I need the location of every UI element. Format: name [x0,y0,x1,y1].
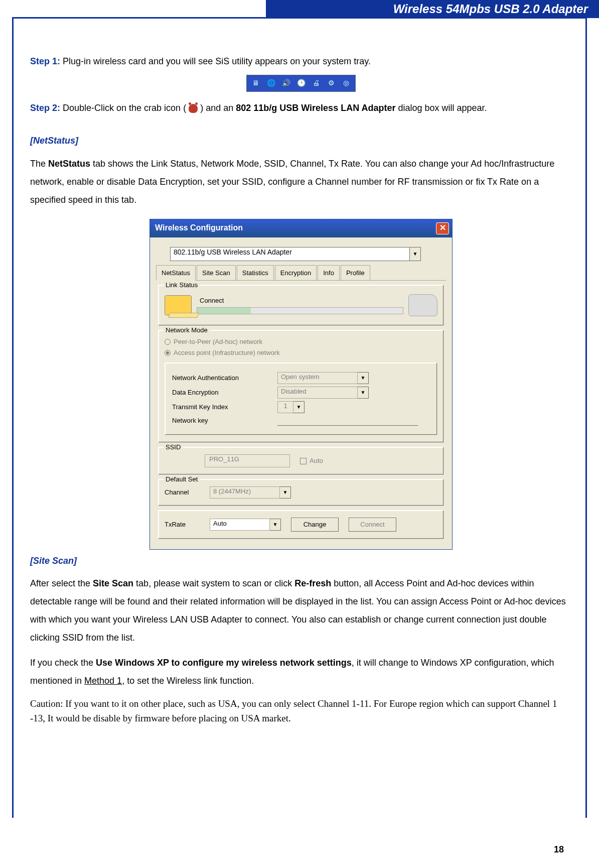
radio-adhoc-label: Peer-to-Peer (Ad-hoc) network [174,337,262,346]
field-ssid[interactable]: PRO_11G [205,454,290,467]
tab-profile[interactable]: Profile [341,265,370,280]
step-1-text: Plug-in wireless card and you will see S… [60,56,371,66]
crab-icon [189,104,198,113]
netstatus-desc-post: tab shows the Link Status, Network Mode,… [30,159,554,205]
adapter-select-chevron-icon[interactable]: ▼ [410,247,421,261]
step-2-label: Step 2: [30,103,60,113]
sitescan-p1-b1: Site Scan [93,578,133,588]
sitescan-p1: After select the Site Scan tab, please w… [30,574,572,647]
dialog-title-bar: Wireless Configuration ✕ [150,219,452,237]
field-tki[interactable]: 1 [277,401,293,413]
channel-chevron-icon[interactable]: ▼ [280,486,291,499]
tray-gear-icon: ⚙ [325,77,337,89]
step-2-bold: 802 11b/g USB Wireless LAN Adapter [236,103,395,113]
tki-chevron-icon[interactable]: ▼ [293,401,305,413]
tray-sound-icon: 🔊 [280,77,292,89]
tab-netstatus[interactable]: NetStatus [156,265,196,281]
access-point-icon [408,294,437,316]
field-network-key[interactable] [277,416,418,426]
sitescan-p1-mid: tab, please wait system to scan or click [133,578,294,588]
legend-ssid: SSID [164,443,183,452]
txrate-chevron-icon[interactable]: ▼ [270,519,281,531]
sitescan-heading: [Site Scan] [30,555,572,567]
header-title-bar: Wireless 54Mpbs USB 2.0 Adapter [266,0,599,18]
dialog-title: Wireless Configuration [155,222,243,233]
radio-adhoc[interactable] [165,339,171,345]
laptop-icon [165,295,192,315]
checkbox-auto[interactable] [300,458,307,464]
label-tki: Transmit Key Index [172,403,272,412]
tray-globe-icon: 🌐 [265,77,277,89]
netstatus-heading: [NetStatus] [30,135,572,147]
sitescan-p2-u: Method 1 [84,676,122,686]
label-auto: Auto [310,456,323,465]
legend-link-status: Link Status [164,281,200,290]
close-button[interactable]: ✕ [436,222,449,234]
system-tray: 🖥 🌐 🔊 🕑 🖨 ⚙ ◎ [246,75,356,92]
label-data-enc: Data Encryption [172,388,272,397]
sitescan-p2-post: , to set the Wireless link function. [122,676,254,686]
group-txrate: TxRate Auto ▼ Change Connect [158,510,444,539]
step-2-post-1: ) and an [198,103,236,113]
tab-statistics[interactable]: Statistics [237,265,274,280]
sitescan-p2: If you check the Use Windows XP to confi… [30,654,572,690]
tray-clock-icon: 🕑 [295,77,307,89]
netstatus-desc-pre: The [30,159,48,169]
field-data-enc[interactable]: Disabled [277,387,358,399]
sitescan-p2-pre: If you check the [30,658,96,668]
adapter-select[interactable]: 802.11b/g USB Wireless LAN Adapter [170,247,410,261]
group-network-mode: Network Mode Peer-to-Peer (Ad-hoc) netwo… [158,330,444,443]
step-1-paragraph: Step 1: Plug-in wireless card and you wi… [30,55,572,68]
dialog-tabs-row: NetStatus Site Scan Statistics Encryptio… [156,265,446,281]
field-channel[interactable]: 8 (2447MHz) [210,486,280,499]
label-network-key: Network key [172,416,272,425]
change-button[interactable]: Change [291,518,339,532]
group-ssid: SSID PRO_11G Auto [158,447,444,475]
field-txrate[interactable]: Auto [210,519,270,531]
netstatus-desc-bold: NetStatus [48,159,90,169]
sitescan-p1-pre: After select the [30,578,93,588]
step-2-pre: Double-Click on the crab icon ( [60,103,189,113]
radio-infrastructure[interactable] [165,350,171,356]
wireless-config-dialog: Wireless Configuration ✕ 802.11b/g USB W… [149,219,453,550]
step-2-paragraph: Step 2: Double-Click on the crab icon ( … [30,102,572,114]
connect-button[interactable]: Connect [349,518,396,532]
step-2-post-2: dialog box will appear. [395,103,487,113]
data-enc-chevron-icon[interactable]: ▼ [358,387,369,399]
tab-site-scan[interactable]: Site Scan [197,265,236,280]
group-link-status: Link Status Connect [158,285,444,326]
tray-target-icon: ◎ [340,77,352,89]
label-channel: Channel [165,488,200,497]
legend-default-set: Default Set [164,475,200,484]
page-number: 18 [554,844,564,855]
radio-infrastructure-label: Access point (Infrastructure) network [174,348,280,357]
tab-info[interactable]: Info [318,265,340,280]
step-1-label: Step 1: [30,56,60,66]
label-txrate: TxRate [165,520,200,529]
tab-encryption[interactable]: Encryption [275,265,317,280]
group-default-set: Default Set Channel 8 (2447MHz) ▼ [158,479,444,506]
header-title: Wireless 54Mpbs USB 2.0 Adapter [393,2,588,16]
signal-bar [197,307,403,314]
link-status-text: Connect [200,296,403,305]
label-net-auth: Network Authentication [172,374,272,383]
sitescan-p1-b2: Re-fresh [294,578,331,588]
legend-network-mode: Network Mode [164,326,210,335]
group-encryption: Network Authentication Open system ▼ Dat… [165,362,437,435]
tray-monitor-icon: 🖥 [250,77,262,89]
tray-printer-icon: 🖨 [310,77,322,89]
caution-text: Caution: If you want to it on other plac… [30,697,572,725]
netstatus-description: The NetStatus tab shows the Link Status,… [30,155,572,209]
field-net-auth[interactable]: Open system [277,372,358,384]
sitescan-p2-b: Use Windows XP to configure my wireless … [96,658,352,668]
net-auth-chevron-icon[interactable]: ▼ [358,372,369,384]
